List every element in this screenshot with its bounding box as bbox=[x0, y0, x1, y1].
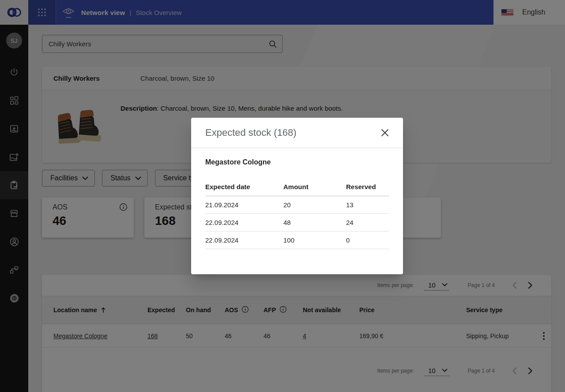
store-name: Megastore Cologne bbox=[205, 158, 389, 166]
close-button[interactable] bbox=[379, 127, 391, 138]
expected-date: 21.09.2024 bbox=[205, 201, 283, 209]
expected-stock-table: Expected date Amount Reserved 21.09.2024… bbox=[205, 178, 389, 249]
table-row: 21.09.2024 20 13 bbox=[205, 196, 389, 214]
expected-stock-dialog: Expected stock (168) Megastore Cologne E… bbox=[191, 118, 403, 274]
reserved: 24 bbox=[346, 219, 389, 226]
expected-date: 22.09.2024 bbox=[205, 236, 283, 244]
col-amount: Amount bbox=[283, 183, 346, 190]
amount: 20 bbox=[283, 201, 346, 209]
table-row: 22.09.2024 48 24 bbox=[205, 214, 389, 231]
amount: 100 bbox=[283, 236, 346, 244]
reserved: 0 bbox=[346, 236, 389, 244]
expected-table-header: Expected date Amount Reserved bbox=[205, 178, 389, 196]
amount: 48 bbox=[283, 219, 346, 226]
dialog-title: Expected stock (168) bbox=[205, 127, 297, 138]
reserved: 13 bbox=[346, 201, 389, 209]
col-reserved: Reserved bbox=[346, 183, 389, 190]
table-row: 22.09.2024 100 0 bbox=[205, 231, 389, 249]
col-expected-date: Expected date bbox=[205, 183, 283, 190]
close-icon bbox=[381, 129, 389, 137]
expected-date: 22.09.2024 bbox=[205, 219, 283, 226]
